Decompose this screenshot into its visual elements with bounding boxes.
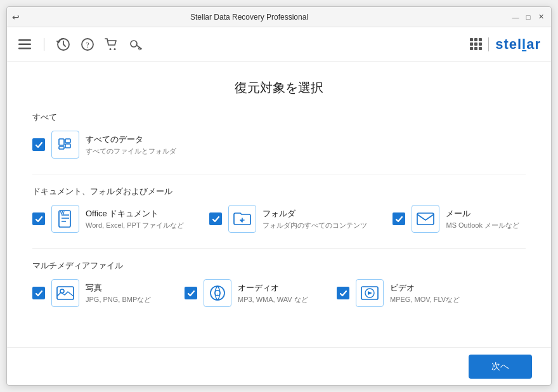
window-title: Stellar Data Recovery Professional: [26, 13, 472, 22]
audio-icon-box: ♪: [204, 279, 231, 307]
folder-desc: フォルダ内のすべてのコンテンツ: [263, 221, 367, 230]
stellar-logo: stellar: [495, 36, 541, 53]
all-data-desc: すべてのファイルとフォルダ: [86, 147, 176, 156]
folder-icon-box: [228, 205, 256, 233]
section-docs-label: ドキュメント、フォルダおよびメール: [32, 186, 526, 197]
divider-2: [32, 248, 526, 249]
toolbar-left: ?: [17, 37, 143, 52]
minimize-button[interactable]: —: [510, 12, 521, 22]
svg-point-6: [110, 48, 112, 50]
svg-rect-11: [65, 144, 70, 148]
checkbox-video[interactable]: [337, 287, 349, 299]
svg-text:?: ?: [86, 41, 89, 49]
item-audio: ♪ オーディオ MP3, WMA, WAV など: [185, 279, 311, 307]
svg-rect-10: [65, 139, 70, 143]
mail-icon-box: [412, 205, 439, 233]
cart-icon[interactable]: [104, 37, 119, 52]
section-all: すべて: [32, 112, 526, 159]
logo-divider: [488, 37, 489, 51]
logo-text-stel: stel: [495, 36, 522, 52]
office-icon-box: W: [51, 205, 79, 233]
help-icon[interactable]: ?: [80, 37, 95, 52]
section-multimedia: マルチメディアファイル: [32, 260, 526, 307]
svg-point-8: [131, 41, 137, 47]
toolbar-divider-1: [44, 38, 44, 51]
mail-text: メール MS Outlook メールなど: [446, 208, 519, 230]
photo-desc: JPG, PNG, BMPなど: [86, 295, 151, 304]
all-items-row: すべてのデータ すべてのファイルとフォルダ: [32, 131, 526, 159]
svg-rect-12: [59, 147, 64, 149]
all-data-text: すべてのデータ すべてのファイルとフォルダ: [86, 134, 176, 156]
menu-icon[interactable]: [17, 37, 32, 52]
checkbox-photo[interactable]: [32, 287, 45, 299]
svg-point-7: [114, 48, 116, 50]
video-text: ビデオ MPEG, MOV, FLVなど: [390, 282, 460, 304]
checkbox-office[interactable]: [32, 212, 45, 225]
next-button[interactable]: 次へ: [469, 355, 532, 379]
office-name: Office ドキュメント: [86, 208, 184, 219]
svg-text:W: W: [60, 211, 65, 215]
svg-rect-2: [18, 48, 31, 49]
window-controls: — □ ✕: [510, 12, 546, 22]
checkbox-audio[interactable]: [185, 287, 197, 299]
maximize-button[interactable]: □: [523, 12, 533, 22]
mail-name: メール: [446, 208, 519, 219]
main-window: ↩ Stellar Data Recovery Professional — □…: [6, 6, 552, 386]
svg-text:♪: ♪: [217, 292, 219, 296]
svg-rect-0: [18, 39, 31, 41]
close-button[interactable]: ✕: [536, 12, 546, 22]
svg-rect-18: [417, 213, 434, 225]
titlebar: ↩ Stellar Data Recovery Professional — □…: [7, 7, 551, 27]
video-icon-box: [356, 279, 384, 307]
photo-icon-box: [51, 279, 79, 307]
key-icon[interactable]: [128, 37, 143, 52]
item-video: ビデオ MPEG, MOV, FLVなど: [337, 279, 464, 307]
svg-rect-9: [59, 139, 64, 145]
checkbox-folder[interactable]: [209, 212, 222, 225]
svg-marker-26: [368, 291, 372, 295]
toolbar: ?: [7, 27, 551, 62]
app-icon: ↩: [12, 12, 22, 22]
svg-rect-1: [18, 43, 31, 45]
logo-text-ar: ar: [526, 36, 541, 52]
all-data-icon-box: [51, 131, 79, 159]
audio-desc: MP3, WMA, WAV など: [238, 295, 308, 304]
item-mail: メール MS Outlook メールなど: [393, 205, 519, 233]
section-media-label: マルチメディアファイル: [32, 260, 526, 271]
history-icon[interactable]: [56, 37, 71, 52]
mail-desc: MS Outlook メールなど: [446, 221, 519, 230]
folder-text: フォルダ フォルダ内のすべてのコンテンツ: [263, 208, 367, 230]
item-photo: 写真 JPG, PNG, BMPなど: [32, 279, 159, 307]
photo-name: 写真: [86, 282, 151, 294]
folder-name: フォルダ: [263, 208, 367, 219]
item-all-data: すべてのデータ すべてのファイルとフォルダ: [32, 131, 176, 159]
audio-text: オーディオ MP3, WMA, WAV など: [238, 282, 308, 304]
footer: 次へ: [7, 347, 551, 385]
apps-grid-icon[interactable]: [470, 38, 482, 50]
toolbar-right: stellar: [470, 36, 541, 53]
divider-1: [32, 174, 526, 174]
item-office: W Office ドキュメント Word, Excel, PPT ファイルなど: [32, 205, 184, 233]
office-text: Office ドキュメント Word, Excel, PPT ファイルなど: [86, 208, 184, 230]
checkbox-mail[interactable]: [393, 212, 405, 225]
main-content: 復元対象を選択 すべて: [7, 62, 551, 347]
svg-rect-19: [57, 287, 74, 299]
item-folder: フォルダ フォルダ内のすべてのコンテンツ: [209, 205, 367, 233]
office-desc: Word, Excel, PPT ファイルなど: [86, 221, 184, 230]
section-documents: ドキュメント、フォルダおよびメール: [32, 186, 526, 233]
video-name: ビデオ: [390, 282, 460, 294]
section-all-label: すべて: [32, 112, 526, 123]
video-desc: MPEG, MOV, FLVなど: [390, 295, 460, 304]
docs-items-row: W Office ドキュメント Word, Excel, PPT ファイルなど: [32, 205, 526, 233]
audio-name: オーディオ: [238, 282, 308, 294]
page-title: 復元対象を選択: [32, 79, 526, 96]
photo-text: 写真 JPG, PNG, BMPなど: [86, 282, 151, 304]
media-items-row: 写真 JPG, PNG, BMPなど: [32, 279, 526, 307]
all-data-name: すべてのデータ: [86, 134, 176, 145]
checkbox-all-data[interactable]: [32, 138, 45, 151]
